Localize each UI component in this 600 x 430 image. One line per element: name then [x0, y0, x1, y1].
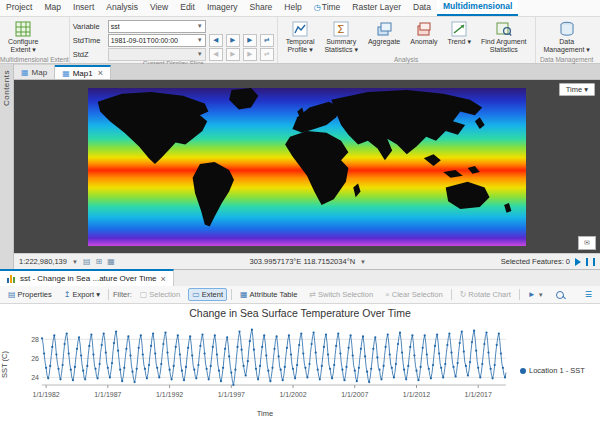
ribbon-tab-time[interactable]: ◷Time	[308, 0, 347, 16]
temporal-profile-chart-icon	[292, 21, 308, 37]
anomaly-cube-icon	[416, 21, 432, 37]
close-icon[interactable]: ×	[161, 274, 166, 284]
grid-toggle-icon[interactable]: ▦	[107, 257, 115, 266]
find-argument-statistics-button[interactable]: Find Argument Statistics	[477, 19, 531, 56]
filter-extent-button[interactable]: ▭Extent	[188, 288, 227, 301]
pointer-mode-button[interactable]: ►▼	[524, 288, 548, 301]
clear-selection-button[interactable]: ×Clear Selection	[381, 288, 447, 301]
map-icon: ▦	[62, 69, 70, 78]
ribbon-tab-share[interactable]: Share	[244, 0, 279, 16]
stdz-step-backward-button: ◀	[209, 48, 223, 61]
stdz-label: StdZ	[73, 50, 105, 59]
extent-grid-icon	[15, 21, 31, 37]
svg-text:1/1/2012: 1/1/2012	[403, 391, 430, 398]
extent-icon: ▭	[192, 290, 200, 299]
rotate-icon: ↻	[460, 290, 467, 299]
find-argument-icon	[496, 21, 512, 37]
svg-text:1/1/1982: 1/1/1982	[32, 391, 59, 398]
play-icon[interactable]	[575, 258, 581, 266]
view-tab-map[interactable]: ▦ Map	[14, 65, 55, 79]
svg-text:1/1/1997: 1/1/1997	[218, 391, 245, 398]
ribbon-tab-edit[interactable]: Edit	[174, 0, 201, 16]
stdz-step-forward-button: ▶	[243, 48, 257, 61]
chevron-down-icon: ▼	[197, 23, 203, 29]
clock-icon: ◷	[314, 3, 321, 12]
aggregate-button[interactable]: Aggregate	[364, 19, 404, 48]
ribbon-tab-help[interactable]: Help	[278, 0, 307, 16]
legend-icon: ☰	[585, 290, 592, 299]
sst-time-series-plot[interactable]: 2426281/1/19821/1/19871/1/19921/1/19971/…	[16, 319, 514, 407]
temporal-profile-button[interactable]: Temporal Profile ▾	[282, 19, 319, 56]
close-icon[interactable]: ×	[98, 68, 103, 78]
stdz-dropdown[interactable]: ▼	[108, 48, 206, 61]
contents-panel-tab[interactable]: Contents	[0, 64, 14, 269]
selected-features-count[interactable]: Selected Features: 0	[501, 257, 570, 266]
svg-text:1/1/1992: 1/1/1992	[156, 391, 183, 398]
zoom-in-button[interactable]	[552, 289, 568, 301]
pause-icon[interactable]	[586, 258, 595, 266]
chart-panel-tab[interactable]: sst - Change in Sea ...ature Over Time ×	[0, 269, 174, 286]
magnifier-icon	[556, 291, 564, 299]
view-tab-map1[interactable]: ▦ Map1 ×	[55, 65, 111, 79]
stdz-play-button: ▶	[226, 48, 240, 61]
time-slider-button[interactable]: Time ▾	[559, 83, 595, 96]
chart-y-axis-label: SST (C)	[0, 351, 9, 378]
play-button[interactable]: ▶	[226, 34, 240, 47]
step-backward-button[interactable]: ◀	[209, 34, 223, 47]
selection-tool-icon[interactable]: ▤	[83, 257, 91, 266]
svg-text:24: 24	[31, 374, 39, 381]
variable-dropdown[interactable]: sst▼	[108, 20, 206, 33]
summary-statistics-icon: Σ	[333, 21, 349, 37]
properties-icon: ▤	[8, 290, 16, 299]
stdtime-dropdown[interactable]: 1981-09-01T00:00:00▼	[108, 34, 206, 47]
configure-extent-button[interactable]: Configure Extent ▾	[4, 19, 42, 56]
sea-surface-temperature-map[interactable]	[88, 88, 526, 246]
chart-properties-button[interactable]: ▤Properties	[4, 288, 56, 301]
summary-statistics-button[interactable]: Σ Summary Statistics ▾	[320, 19, 361, 56]
clear-selection-icon: ×	[385, 290, 390, 299]
step-forward-button[interactable]: ▶	[243, 34, 257, 47]
switch-selection-icon: ⇄	[309, 290, 316, 299]
ribbon-tab-data[interactable]: Data	[407, 0, 437, 16]
ribbon-tab-bar: Project Map Insert Analysis View Edit Im…	[0, 0, 600, 17]
chart-export-button[interactable]: ↥Export ▾	[60, 288, 104, 301]
stdz-loop-button: ⇄	[260, 48, 274, 61]
snapping-icon[interactable]: ⊞	[95, 257, 102, 266]
group-data-management: Data Management ▾ Data Management	[536, 17, 598, 63]
attribute-table-button[interactable]: ▦Attribute Table	[236, 288, 301, 301]
svg-text:28: 28	[31, 336, 39, 343]
ribbon-tab-insert[interactable]: Insert	[67, 0, 100, 16]
ribbon-tab-view[interactable]: View	[144, 0, 174, 16]
loop-button[interactable]: ⇄	[260, 34, 274, 47]
data-management-button[interactable]: Data Management ▾	[540, 19, 594, 56]
rotate-chart-button[interactable]: ↻Rotate Chart	[456, 288, 515, 301]
ribbon-tab-analysis[interactable]: Analysis	[100, 0, 144, 16]
export-icon: ↥	[64, 290, 71, 299]
ribbon-tab-map[interactable]: Map	[38, 0, 67, 16]
ribbon-tab-multidimensional[interactable]: Multidimensional	[437, 0, 518, 16]
group-current-display-slice: Variable sst▼ StdTime 1981-09-01T00:00:0…	[70, 17, 278, 63]
group-analysis: Temporal Profile ▾ Σ Summary Statistics …	[278, 17, 536, 63]
selection-icon: ▢	[140, 290, 148, 299]
switch-selection-button[interactable]: ⇄Switch Selection	[305, 288, 377, 301]
trend-button[interactable]: Trend ▾	[443, 19, 475, 48]
filter-label: Filter:	[113, 290, 132, 299]
chart-area: Change in Sea Surface Temperature Over T…	[0, 304, 600, 430]
map-scale-value[interactable]: 1:222,980,139	[19, 257, 67, 266]
cursor-coordinates[interactable]: 303.9957173°E 118.7152034°N	[250, 257, 356, 266]
chart-legend[interactable]: Location 1 - SST	[520, 366, 598, 375]
ribbon-tab-project[interactable]: Project	[0, 0, 38, 16]
filter-selection-button[interactable]: ▢Selection	[136, 288, 184, 301]
chevron-down-icon: ▼	[72, 259, 78, 265]
legend-toggle-button[interactable]: ☰	[581, 288, 596, 301]
anomaly-button[interactable]: Anomaly	[406, 19, 441, 48]
overview-button[interactable]: ✉	[578, 236, 596, 250]
ribbon-tab-raster-layer[interactable]: Raster Layer	[346, 0, 407, 16]
ribbon-tab-imagery[interactable]: Imagery	[201, 0, 244, 16]
trend-arrow-icon	[451, 21, 467, 37]
map-viewport[interactable]: Time ▾ ✉	[14, 80, 600, 253]
map-icon: ▦	[21, 68, 29, 77]
svg-text:1/1/2007: 1/1/2007	[341, 391, 368, 398]
svg-text:1/1/2002: 1/1/2002	[279, 391, 306, 398]
database-icon	[559, 21, 575, 37]
